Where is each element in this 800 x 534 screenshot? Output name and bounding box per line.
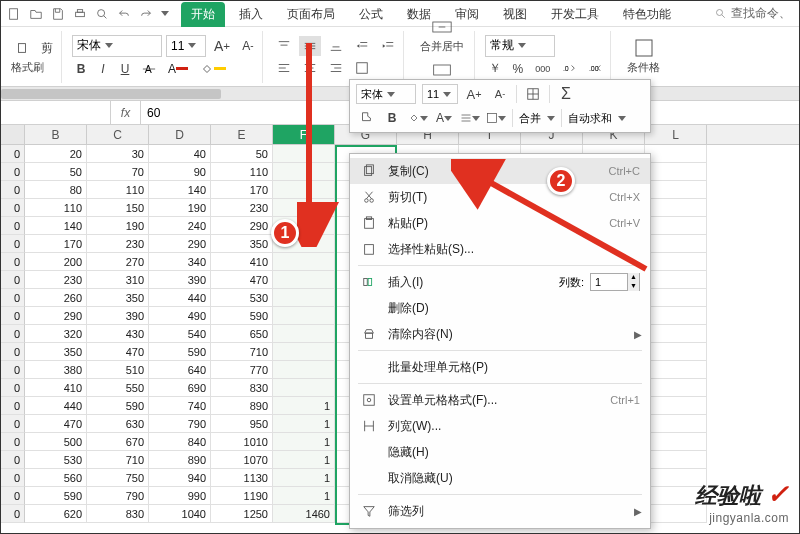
cell[interactable]: 440 <box>149 289 211 307</box>
cell[interactable] <box>645 397 707 415</box>
row-header[interactable]: 0 <box>1 145 25 163</box>
insert-cols-spinner[interactable]: ▲▼ <box>590 273 640 291</box>
cell[interactable]: 490 <box>149 307 211 325</box>
cell[interactable] <box>645 379 707 397</box>
cell[interactable]: 350 <box>211 235 273 253</box>
cell[interactable]: 470 <box>25 415 87 433</box>
cell[interactable]: 290 <box>25 307 87 325</box>
borders-button[interactable] <box>351 58 373 78</box>
cell[interactable]: 1190 <box>211 487 273 505</box>
mini-font-size[interactable]: 11 <box>422 84 458 104</box>
cond-format-button[interactable]: 条件格 <box>621 36 666 77</box>
paste-button[interactable] <box>11 38 33 58</box>
cell[interactable] <box>645 289 707 307</box>
cell[interactable]: 620 <box>25 505 87 523</box>
cell[interactable]: 340 <box>149 253 211 271</box>
align-right-button[interactable] <box>325 58 347 78</box>
menu-cut[interactable]: 剪切(T) Ctrl+X <box>350 184 650 210</box>
cell[interactable] <box>645 199 707 217</box>
cell[interactable]: 630 <box>87 415 149 433</box>
row-header[interactable]: 0 <box>1 379 25 397</box>
cell[interactable]: 540 <box>149 325 211 343</box>
fx-icon[interactable]: fx <box>111 101 141 124</box>
tab-view[interactable]: 视图 <box>493 2 537 27</box>
row-header[interactable]: 0 <box>1 505 25 523</box>
cell[interactable] <box>645 271 707 289</box>
align-center-button[interactable] <box>299 58 321 78</box>
cell[interactable]: 640 <box>149 361 211 379</box>
mini-borders-button[interactable] <box>523 84 543 104</box>
tab-review[interactable]: 审阅 <box>445 2 489 27</box>
cell[interactable]: 410 <box>211 253 273 271</box>
cell[interactable] <box>645 163 707 181</box>
row-header[interactable]: 0 <box>1 469 25 487</box>
cell[interactable]: 50 <box>25 163 87 181</box>
cell[interactable]: 290 <box>211 217 273 235</box>
cell[interactable]: 190 <box>149 199 211 217</box>
row-header[interactable]: 0 <box>1 253 25 271</box>
align-top-button[interactable] <box>273 36 295 56</box>
comma-button[interactable]: 000 <box>531 59 554 79</box>
row-header[interactable]: 0 <box>1 217 25 235</box>
cell[interactable] <box>273 307 335 325</box>
menu-paste[interactable]: 粘贴(P) Ctrl+V <box>350 210 650 236</box>
percent-button[interactable]: % <box>509 59 528 79</box>
cell[interactable]: 230 <box>25 271 87 289</box>
bold-button[interactable]: B <box>72 59 90 79</box>
mini-border[interactable] <box>486 108 506 128</box>
cell[interactable] <box>645 343 707 361</box>
row-header[interactable]: 0 <box>1 271 25 289</box>
cell[interactable]: 170 <box>25 235 87 253</box>
cell[interactable]: 380 <box>25 361 87 379</box>
cell[interactable] <box>273 145 335 163</box>
cell[interactable] <box>645 145 707 163</box>
cell[interactable]: 1040 <box>149 505 211 523</box>
cell[interactable]: 530 <box>211 289 273 307</box>
mini-merge-label[interactable]: 合并 <box>519 111 541 126</box>
cell[interactable]: 890 <box>149 451 211 469</box>
cell[interactable]: 110 <box>87 181 149 199</box>
row-header[interactable]: 0 <box>1 199 25 217</box>
cell[interactable] <box>273 199 335 217</box>
row-header[interactable]: 0 <box>1 397 25 415</box>
menu-clear[interactable]: 清除内容(N) ▶ <box>350 321 650 347</box>
align-left-button[interactable] <box>273 58 295 78</box>
tab-dev[interactable]: 开发工具 <box>541 2 609 27</box>
row-header[interactable]: 0 <box>1 433 25 451</box>
cell[interactable]: 710 <box>211 343 273 361</box>
cell[interactable]: 840 <box>149 433 211 451</box>
mini-fill-color[interactable] <box>408 108 428 128</box>
tab-features[interactable]: 特色功能 <box>613 2 681 27</box>
cell[interactable]: 1130 <box>211 469 273 487</box>
cell[interactable]: 110 <box>211 163 273 181</box>
cell[interactable]: 430 <box>87 325 149 343</box>
row-header[interactable]: 0 <box>1 343 25 361</box>
menu-insert[interactable]: 插入(I) 列数: ▲▼ <box>350 269 650 295</box>
cell[interactable]: 1 <box>273 469 335 487</box>
format-painter[interactable]: 格式刷 <box>11 60 44 75</box>
col-header-C[interactable]: C <box>87 125 149 144</box>
align-middle-button[interactable] <box>299 36 321 56</box>
cell[interactable] <box>645 415 707 433</box>
cell[interactable] <box>273 163 335 181</box>
cell[interactable]: 690 <box>149 379 211 397</box>
cell[interactable]: 500 <box>25 433 87 451</box>
cell[interactable] <box>645 235 707 253</box>
currency-button[interactable]: ￥ <box>485 59 505 79</box>
cell[interactable]: 20 <box>25 145 87 163</box>
shrink-font-button[interactable]: A- <box>238 36 257 56</box>
cell[interactable] <box>645 433 707 451</box>
align-bottom-button[interactable] <box>325 36 347 56</box>
indent-dec-button[interactable] <box>351 36 373 56</box>
menu-col-width[interactable]: 列宽(W)... <box>350 413 650 439</box>
cell[interactable]: 150 <box>87 199 149 217</box>
cell[interactable]: 1010 <box>211 433 273 451</box>
cell[interactable]: 260 <box>25 289 87 307</box>
cell[interactable]: 80 <box>25 181 87 199</box>
cell[interactable] <box>645 451 707 469</box>
cell[interactable]: 590 <box>87 397 149 415</box>
col-header-F[interactable]: F <box>273 125 335 144</box>
tab-data[interactable]: 数据 <box>397 2 441 27</box>
spin-up[interactable]: ▲ <box>627 273 639 282</box>
menu-paste-special[interactable]: 选择性粘贴(S)... <box>350 236 650 262</box>
